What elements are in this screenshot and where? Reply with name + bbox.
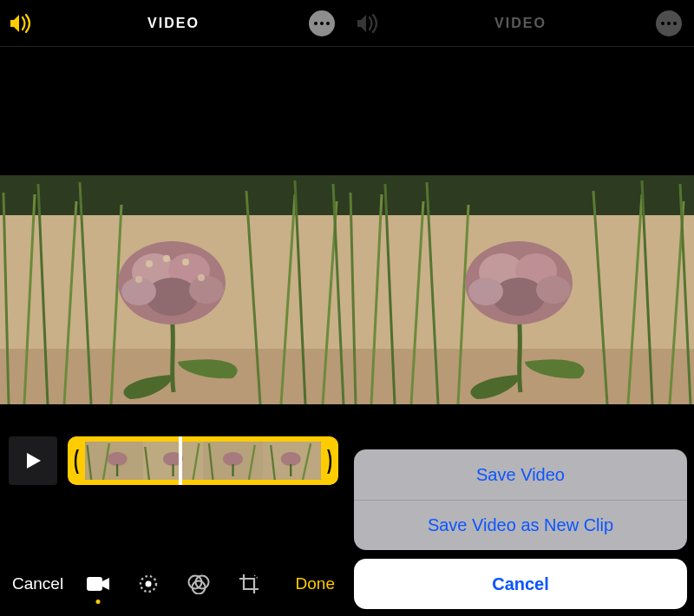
play-button[interactable] [9,436,57,485]
volume-icon[interactable] [356,12,382,38]
svg-point-18 [189,276,224,304]
svg-point-36 [223,452,243,466]
crop-tool-icon[interactable] [237,572,261,596]
dual-screenshot: VIDEO [0,0,694,616]
mode-title: VIDEO [494,16,547,31]
video-frame [347,175,694,404]
action-sheet-cancel[interactable]: Cancel [354,559,687,609]
black-spacer [347,47,694,175]
svg-point-40 [281,452,301,466]
trim-handle-right[interactable]: ) [321,436,338,485]
svg-point-66 [468,278,503,305]
svg-point-21 [163,255,170,262]
trim-handle-left[interactable]: ( [68,436,85,485]
save-as-new-clip-option[interactable]: Save Video as New Clip [354,500,687,550]
svg-point-43 [146,581,152,587]
chevron-right-icon: ) [327,446,332,475]
bottom-toolbar: Cancel [0,552,347,616]
chevron-left-icon: ( [74,446,79,475]
video-frame[interactable] [0,175,347,404]
mode-title: VIDEO [147,16,200,31]
svg-point-65 [536,276,571,304]
timeline-row: ( ) [0,427,347,495]
playhead[interactable] [179,436,182,485]
svg-point-28 [108,452,128,466]
trim-control[interactable]: ( ) [68,436,338,485]
filters-tool-icon[interactable] [187,572,211,596]
action-sheet: Save Video Save Video as New Clip Cancel [354,449,687,609]
svg-point-24 [198,274,205,281]
svg-point-23 [135,276,142,283]
svg-rect-41 [87,577,102,591]
done-button[interactable]: Done [296,574,335,593]
top-bar: VIDEO [0,0,347,47]
top-bar: VIDEO [347,0,694,47]
save-video-option[interactable]: Save Video [354,449,687,500]
svg-point-20 [146,260,153,267]
volume-icon[interactable] [9,12,35,38]
trim-thumbnails [83,442,323,480]
more-button[interactable] [656,10,682,36]
action-sheet-options: Save Video Save Video as New Clip [354,449,687,550]
adjust-tool-icon[interactable] [136,572,160,596]
left-screenshot: VIDEO [0,0,347,616]
black-spacer [0,47,347,175]
svg-point-22 [182,259,189,265]
more-button[interactable] [309,10,335,36]
right-screenshot: VIDEO [347,0,694,616]
video-tool-icon[interactable] [86,572,110,596]
